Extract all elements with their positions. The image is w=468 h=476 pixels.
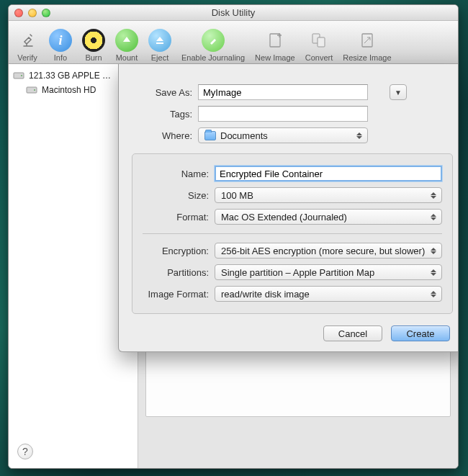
verify-button[interactable]: Verify bbox=[12, 29, 43, 62]
journal-icon bbox=[202, 29, 225, 52]
convert-button[interactable]: Convert bbox=[301, 29, 338, 62]
popup-arrows-icon bbox=[354, 128, 364, 143]
info-icon: i bbox=[49, 29, 72, 52]
tags-input[interactable] bbox=[198, 106, 368, 122]
resize-image-button[interactable]: Resize Image bbox=[338, 29, 395, 62]
where-label: Where: bbox=[132, 130, 192, 141]
svg-rect-0 bbox=[270, 34, 280, 47]
save-as-input[interactable] bbox=[198, 84, 368, 100]
partitions-value: Single partition – Apple Partition Map bbox=[221, 267, 374, 278]
new-image-icon bbox=[264, 29, 287, 52]
image-format-label: Image Format: bbox=[143, 289, 209, 300]
sheet-button-row: Cancel Create bbox=[119, 314, 459, 341]
where-value: Documents bbox=[220, 130, 268, 141]
app-window: Disk Utility Verify i Info Burn Mount bbox=[8, 4, 459, 469]
toolbar-label: Info bbox=[54, 53, 67, 62]
image-options-group: Name: Size: 100 MB Format: Mac OS Extend… bbox=[132, 153, 453, 314]
eject-icon bbox=[148, 29, 171, 52]
toolbar-label: Enable Journaling bbox=[181, 53, 245, 62]
expand-save-panel-button[interactable]: ▼ bbox=[390, 84, 407, 100]
divider bbox=[143, 233, 442, 234]
sidebar-item-label: Macintosh HD bbox=[42, 85, 96, 95]
sidebar-item-label: 121.33 GB APPLE … bbox=[29, 71, 111, 81]
popup-arrows-icon bbox=[428, 265, 438, 279]
create-button[interactable]: Create bbox=[391, 325, 450, 341]
popup-arrows-icon bbox=[428, 287, 438, 301]
save-as-label: Save As: bbox=[132, 87, 192, 98]
toolbar-label: Convert bbox=[305, 53, 333, 62]
image-format-popup[interactable]: read/write disk image bbox=[215, 286, 442, 302]
enable-journaling-button[interactable]: Enable Journaling bbox=[177, 29, 249, 62]
popup-arrows-icon bbox=[428, 210, 438, 224]
tags-label: Tags: bbox=[132, 109, 192, 120]
burn-button[interactable]: Burn bbox=[78, 29, 109, 62]
encryption-value: 256-bit AES encryption (more secure, but… bbox=[221, 246, 425, 256]
zoom-window-button[interactable] bbox=[42, 9, 50, 17]
help-icon: ? bbox=[22, 446, 28, 457]
name-input[interactable] bbox=[215, 166, 442, 181]
size-label: Size: bbox=[143, 190, 209, 201]
popup-arrows-icon bbox=[428, 188, 438, 202]
toolbar-label: Burn bbox=[85, 53, 102, 62]
encryption-label: Encryption: bbox=[143, 246, 209, 256]
chevron-down-icon: ▼ bbox=[395, 89, 402, 96]
where-popup[interactable]: Documents bbox=[198, 127, 368, 143]
size-popup[interactable]: 100 MB bbox=[215, 187, 442, 203]
name-label: Name: bbox=[143, 169, 209, 179]
partitions-label: Partitions: bbox=[143, 267, 209, 278]
cancel-button[interactable]: Cancel bbox=[323, 325, 382, 341]
window-title: Disk Utility bbox=[9, 7, 458, 18]
format-popup[interactable]: Mac OS Extended (Journaled) bbox=[215, 209, 442, 225]
format-value: Mac OS Extended (Journaled) bbox=[221, 212, 347, 223]
info-button[interactable]: i Info bbox=[45, 29, 76, 62]
image-format-value: read/write disk image bbox=[221, 289, 310, 300]
new-image-sheet: Save As: ▼ Tags: Where: Documents Name: bbox=[118, 64, 459, 352]
burn-icon bbox=[82, 29, 105, 52]
disk-icon bbox=[13, 70, 24, 81]
titlebar: Disk Utility bbox=[9, 5, 458, 21]
encryption-popup[interactable]: 256-bit AES encryption (more secure, but… bbox=[215, 243, 442, 259]
popup-arrows-icon bbox=[428, 243, 438, 258]
size-value: 100 MB bbox=[221, 190, 253, 201]
disk-icon bbox=[26, 84, 37, 96]
svg-rect-2 bbox=[318, 37, 325, 47]
minimize-window-button[interactable] bbox=[28, 9, 37, 17]
toolbar-label: Verify bbox=[17, 53, 37, 62]
convert-icon bbox=[307, 29, 330, 52]
eject-button[interactable]: Eject bbox=[144, 29, 176, 62]
format-label: Format: bbox=[143, 212, 209, 223]
toolbar-label: Resize Image bbox=[343, 53, 391, 62]
new-image-button[interactable]: New Image bbox=[251, 29, 300, 62]
partitions-popup[interactable]: Single partition – Apple Partition Map bbox=[215, 264, 442, 280]
toolbar-label: Eject bbox=[151, 53, 168, 62]
traffic-lights bbox=[9, 9, 50, 17]
svg-point-7 bbox=[34, 89, 35, 91]
microscope-icon bbox=[16, 29, 39, 52]
resize-icon bbox=[356, 29, 379, 52]
toolbar-label: Mount bbox=[116, 53, 138, 62]
close-window-button[interactable] bbox=[14, 9, 23, 17]
folder-icon bbox=[204, 131, 216, 140]
help-button[interactable]: ? bbox=[17, 444, 33, 459]
toolbar: Verify i Info Burn Mount Eject bbox=[9, 21, 458, 64]
mount-icon bbox=[115, 29, 138, 52]
svg-point-5 bbox=[21, 75, 22, 76]
toolbar-label: New Image bbox=[255, 53, 295, 62]
mount-button[interactable]: Mount bbox=[111, 29, 143, 62]
